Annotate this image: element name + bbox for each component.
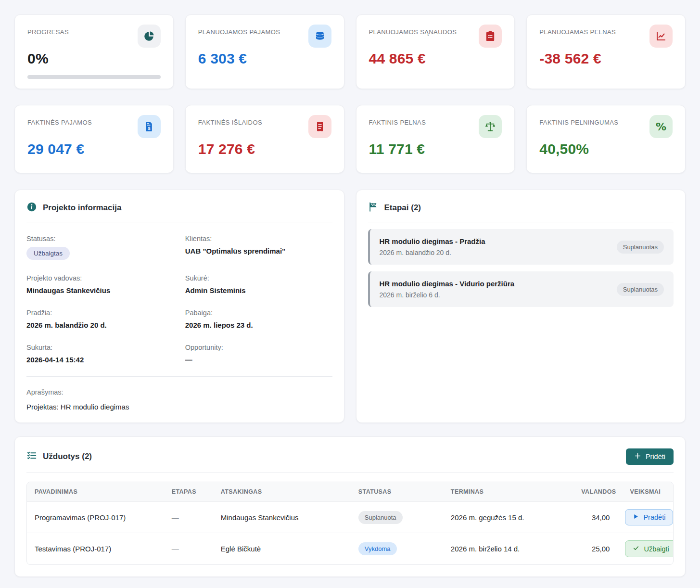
progress-bar: [27, 75, 161, 79]
stat-label: FAKTINIS PELNINGUMAS: [539, 116, 618, 126]
check-icon: [633, 545, 639, 553]
stat-value: -38 562 €: [539, 51, 673, 67]
tasks-table: PAVADINIMAS ETAPAS ATSAKINGAS STATUSAS T…: [26, 482, 674, 565]
milestone-date: 2026 m. balandžio 20 d.: [380, 249, 485, 256]
stat-value: 29 047 €: [27, 141, 161, 157]
milestone-title: HR modulio diegimas - Pradžia: [380, 237, 485, 245]
list-check-icon: [26, 450, 37, 463]
task-name: Programavimas (PROJ-017): [27, 502, 164, 533]
milestone-status-badge: Suplanuotas: [617, 241, 664, 254]
tasks-card: Užduotys (2) Pridėti PAVADINIMAS ETAPAS: [14, 436, 686, 577]
file-invoice-dollar-icon: $: [138, 115, 161, 138]
chart-line-icon: [649, 25, 673, 48]
stat-card-faktines-islaidos: FAKTINĖS IŠLAIDOS 17 276 €: [185, 105, 344, 173]
field-klientas: Klientas: UAB "Optimalūs sprendimai": [185, 235, 332, 260]
milestone-status-badge: Suplanuotas: [617, 283, 664, 296]
task-assignee: Mindaugas Stankevičius: [213, 502, 351, 533]
stat-card-faktines-pajamos: FAKTINĖS PAJAMOS $ 29 047 €: [14, 105, 174, 173]
start-task-button[interactable]: Pradėti: [625, 509, 673, 525]
task-status-badge: Vykdoma: [358, 542, 397, 555]
milestone-date: 2026 m. birželio 6 d.: [380, 291, 515, 299]
stat-card-faktinis-pelningumas: FAKTINIS PELNINGUMAS % 40,50%: [526, 105, 686, 173]
col-terminas: TERMINAS: [443, 482, 573, 502]
stat-label: FAKTINĖS IŠLAIDOS: [198, 116, 262, 126]
col-atsakingas: ATSAKINGAS: [213, 482, 351, 502]
project-info-title: Projekto informacija: [43, 203, 121, 213]
tasks-title: Užduotys (2): [43, 452, 92, 461]
field-sukure: Sukūrė: Admin Sisteminis: [185, 274, 332, 294]
divider: [26, 222, 332, 222]
flag-checkered-icon: [368, 202, 379, 214]
task-assignee: Eglė Bičkutė: [213, 533, 351, 565]
add-task-button[interactable]: Pridėti: [626, 448, 674, 465]
divider: [368, 222, 674, 222]
table-row: Testavimas (PROJ-017) — Eglė Bičkutė Vyk…: [27, 533, 673, 565]
pie-chart-icon: [138, 25, 161, 48]
milestone-title: HR modulio diegimas - Vidurio peržiūra: [380, 280, 515, 288]
complete-task-button[interactable]: Užbaigti: [625, 540, 674, 557]
stat-label: PLANUOJAMAS PELNAS: [539, 26, 616, 36]
description-label: Aprašymas:: [26, 388, 332, 396]
task-status-badge: Suplanuota: [358, 511, 403, 524]
plus-icon: [634, 452, 641, 461]
milestone-item[interactable]: HR modulio diegimas - Vidurio peržiūra 2…: [368, 271, 674, 307]
task-hours: 25,00: [573, 533, 617, 565]
milestone-item[interactable]: HR modulio diegimas - Pradžia 2026 m. ba…: [368, 229, 674, 265]
stat-label: FAKTINIS PELNAS: [369, 116, 426, 126]
coins-icon: [308, 25, 331, 48]
table-header-row: PAVADINIMAS ETAPAS ATSAKINGAS STATUSAS T…: [27, 482, 673, 502]
project-dashboard: PROGRESAS 0% PLANUOJAMOS PAJAMOS 6 303 €: [0, 0, 700, 588]
col-pavadinimas: PAVADINIMAS: [27, 482, 164, 502]
svg-text:$: $: [148, 126, 151, 131]
stat-label: PLANUOJAMOS PAJAMOS: [198, 26, 280, 36]
clipboard-list-icon: [479, 25, 502, 48]
milestones-title: Etapai (2): [384, 203, 421, 213]
stat-label: PROGRESAS: [27, 26, 69, 36]
field-pradzia: Pradžia: 2026 m. balandžio 20 d.: [26, 309, 174, 329]
col-veiksmai: VEIKSMAI: [617, 482, 673, 502]
task-name: Testavimas (PROJ-017): [27, 533, 164, 565]
stat-value: 6 303 €: [198, 51, 331, 67]
project-info-card: Projekto informacija Statusas: Užbaigtas…: [14, 190, 344, 423]
balance-scale-icon: [479, 115, 502, 138]
stats-grid: PROGRESAS 0% PLANUOJAMOS PAJAMOS 6 303 €: [14, 14, 686, 173]
info-circle-icon: [26, 202, 37, 214]
stat-value: 17 276 €: [198, 141, 331, 157]
task-deadline: 2026 m. gegužės 15 d.: [443, 502, 573, 533]
divider: [26, 376, 332, 377]
play-icon: [633, 513, 639, 521]
field-statusas: Statusas: Užbaigtas: [26, 235, 174, 260]
task-stage: —: [164, 502, 213, 533]
col-statusas: STATUSAS: [351, 482, 443, 502]
field-projekto-vadovas: Projekto vadovas: Mindaugas Stankevičius: [26, 274, 174, 294]
task-stage: —: [164, 533, 213, 565]
stat-value: 40,50%: [539, 141, 673, 157]
stat-card-planuojamas-pelnas: PLANUOJAMAS PELNAS -38 562 €: [526, 14, 686, 89]
divider: [26, 473, 674, 473]
col-valandos: VALANDOS: [573, 482, 617, 502]
receipt-icon: [308, 115, 331, 138]
status-badge: Užbaigtas: [26, 247, 70, 260]
stat-label: PLANUOJAMOS SĄNAUDOS: [369, 26, 457, 36]
stat-value: 0%: [27, 51, 161, 67]
stat-card-progresas: PROGRESAS 0%: [14, 14, 174, 89]
field-pabaiga: Pabaiga: 2026 m. liepos 23 d.: [185, 309, 332, 329]
stat-card-faktinis-pelnas: FAKTINIS PELNAS 11 771 €: [356, 105, 515, 173]
milestones-card: Etapai (2) HR modulio diegimas - Pradžia…: [356, 190, 686, 423]
stat-card-planuojamos-pajamos: PLANUOJAMOS PAJAMOS 6 303 €: [185, 14, 344, 89]
task-deadline: 2026 m. birželio 14 d.: [443, 533, 573, 565]
stat-value: 11 771 €: [369, 141, 502, 157]
stat-value: 44 865 €: [369, 51, 502, 67]
table-row: Programavimas (PROJ-017) — Mindaugas Sta…: [27, 502, 673, 533]
stat-card-planuojamos-sanaudos: PLANUOJAMOS SĄNAUDOS 44 865 €: [356, 14, 515, 89]
task-hours: 34,00: [573, 502, 617, 533]
stat-label: FAKTINĖS PAJAMOS: [27, 116, 92, 126]
col-etapas: ETAPAS: [164, 482, 213, 502]
percent-icon: %: [649, 115, 673, 138]
field-opportunity: Opportunity: —: [185, 344, 332, 364]
field-sukurta: Sukurta: 2026-04-14 15:42: [26, 344, 174, 364]
description-text: Projektas: HR modulio diegimas: [26, 403, 332, 411]
